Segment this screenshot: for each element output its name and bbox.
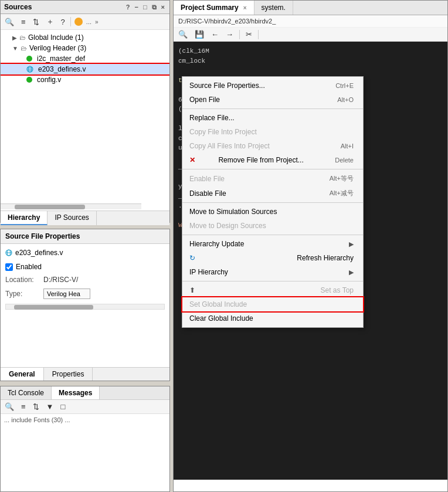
sfp-tab-properties[interactable]: Properties [44,368,93,381]
ps-save-btn[interactable]: 💾 [194,29,205,39]
sfp-content: e203_defines.v Enabled Location: D:/RISC… [1,244,169,314]
tree-item-e203[interactable]: e203_defines.v [1,64,169,74]
ps-cut-btn[interactable]: ✂ [245,29,253,39]
close-btn[interactable]: × [160,4,166,11]
cm-sep-1 [182,108,363,109]
toolbar-sep [70,17,71,26]
help-btn[interactable]: ? [125,4,131,11]
tcl-tab-messages[interactable]: Messages [52,386,100,399]
e203-label: e203_defines.v [38,65,86,73]
enabled-checkbox[interactable] [5,263,13,271]
sfp-filename: e203_defines.v [15,249,63,257]
cm-set-global-include[interactable]: Set Global Include [182,297,363,311]
ps-toolbar: 🔍 💾 ← → ✂ [174,28,447,42]
type-label: Type: [5,290,40,298]
tcl-tab-console[interactable]: Tcl Console [1,386,52,399]
cm-set-global-label: Set Global Include [189,300,247,308]
code-line-3 [178,66,443,76]
sfp-enabled-row: Enabled [5,263,165,271]
ps-path-bar: D:/RISC-V/hbirdv2_e203/hbirdv2_ [174,15,447,28]
cm-enable-file[interactable]: Enable File Alt+等号 [182,171,363,186]
cm-disable-label: Disable File [189,189,226,198]
h-scrollbar-thumb[interactable] [15,205,85,209]
cm-sep-4 [182,235,363,235]
tcl-clear-btn[interactable]: □ [59,402,67,412]
sort-button[interactable]: ⇅ [31,17,41,27]
ps-forward-btn[interactable]: → [225,29,235,39]
cm-hierarchy-label: Hierarchy Update [189,240,244,248]
cm-set-top-label: Set as Top [321,286,354,294]
sfp-filename-row: e203_defines.v [5,249,165,257]
cm-hierarchy-update[interactable]: Hierarchy Update ▶ [182,237,363,251]
tree-item-config[interactable]: config.v [1,74,169,85]
search-button[interactable]: 🔍 [3,17,16,27]
enabled-label: Enabled [16,263,42,271]
sfp-tab-general[interactable]: General [1,368,44,381]
ps-toolbar-sep2 [258,30,259,39]
expand-arrow-global: ▶ [12,35,17,41]
ps-tab-system[interactable]: system. [254,1,293,15]
tcl-search-btn[interactable]: 🔍 [3,402,16,412]
ps-tabs-bar: Project Summary × system. [174,1,447,15]
cm-move-design[interactable]: Move to Design Sources [182,219,363,233]
tcl-text: ... include Fonts (30) ... [4,416,70,423]
tree-item-verilog-header[interactable]: ▼ 🗁 Verilog Header (3) [1,43,169,53]
tcl-list-btn[interactable]: ≡ [19,402,28,412]
cm-disable-shortcut: Alt+减号 [330,189,354,198]
cm-ip-label: IP Hierarchy [189,268,228,276]
context-menu: Source File Properties... Ctrl+E Open Fi… [182,76,364,328]
cm-ip-hierarchy[interactable]: IP Hierarchy ▶ [182,265,363,279]
cm-move-sim-label: Move to Simulation Sources [189,208,277,216]
type-value[interactable]: Verilog Hea [43,289,90,299]
tcl-filter-btn[interactable]: ▼ [45,402,56,412]
tab-hierarchy[interactable]: Hierarchy [1,211,47,225]
expand-icon[interactable]: » [95,19,99,25]
ps-back-btn[interactable]: ← [210,29,220,39]
cm-replace-file[interactable]: Replace File... [182,111,363,125]
sfp-scrollbar-thumb[interactable] [14,305,93,310]
location-label: Location: [5,276,40,284]
tcl-sort-btn[interactable]: ⇅ [31,402,41,412]
float-btn[interactable]: ⧉ [151,4,158,11]
ps-tab-summary[interactable]: Project Summary × [174,1,254,15]
code-line-1: (clk_16M [178,46,443,56]
sources-title: Sources [4,3,32,11]
ps-search-btn[interactable]: 🔍 [177,29,189,39]
cm-sfp-shortcut: Ctrl+E [335,82,354,89]
cm-remove-file[interactable]: ✕ Remove File from Project... Delete [182,153,363,167]
ps-tab-summary-close[interactable]: × [243,5,247,11]
sfp-title: Source File Properties [1,229,169,244]
add-button[interactable]: ＋ [45,16,56,28]
cm-sep-5 [182,281,363,281]
sfp-scrollbar[interactable] [5,304,165,310]
cm-copy-all-label: Copy All Files Into Project [189,142,270,150]
cm-remove-shortcut: Delete [335,157,354,164]
cm-sfp-label: Source File Properties... [189,82,265,90]
horizontal-scrollbar[interactable] [1,203,141,209]
cm-source-file-properties[interactable]: Source File Properties... Ctrl+E [182,79,363,93]
cm-set-top[interactable]: ⬆ Set as Top [182,283,363,297]
minimize-btn[interactable]: − [133,4,139,11]
i2c-label: i2c_master_def [37,55,85,63]
cm-move-simulation[interactable]: Move to Simulation Sources [182,205,363,219]
cm-copy-file[interactable]: Copy File Into Project [182,125,363,139]
cm-disable-file[interactable]: Disable File Alt+减号 [182,186,363,201]
tree-item-i2c[interactable]: i2c_master_def [1,53,169,64]
sources-panel: Sources ? − □ ⧉ × 🔍 ≡ ⇅ ＋ ? ... » ▶ 🗁 Gl… [0,0,170,223]
sfp-location-row: Location: D:/RISC-V/ [5,276,165,284]
cm-refresh-hierarchy[interactable]: ↻ Refresh Hierarchy [182,251,363,265]
sources-tree: ▶ 🗁 Global Include (1) ▼ 🗁 Verilog Heade… [1,30,169,211]
tab-ip-sources[interactable]: IP Sources [47,211,96,225]
cm-open-file[interactable]: Open File Alt+O [182,93,363,107]
green-dot-i2c [26,56,32,62]
code-line-2: cm_lock [178,56,443,66]
tree-item-global-include[interactable]: ▶ 🗁 Global Include (1) [1,32,169,43]
cm-clear-global-label: Clear Global Include [189,314,253,323]
cm-copy-all-files[interactable]: Copy All Files Into Project Alt+I [182,139,363,153]
toolbar-more[interactable]: ... [86,18,91,25]
restore-btn[interactable]: □ [142,4,148,11]
ps-path-text: D:/RISC-V/hbirdv2_e203/hbirdv2_ [178,18,276,25]
help-toolbar-button[interactable]: ? [59,17,67,27]
cm-clear-global-include[interactable]: Clear Global Include [182,311,363,325]
list-button[interactable]: ≡ [19,17,28,27]
